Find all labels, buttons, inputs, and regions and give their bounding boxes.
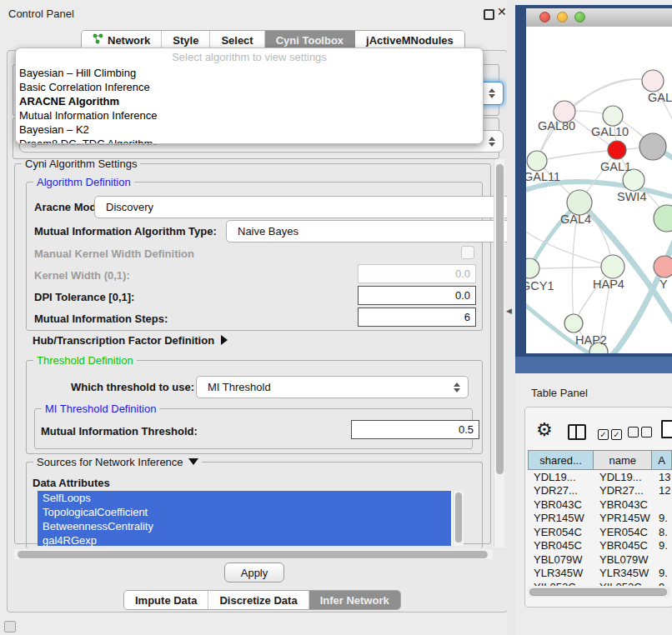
columns-icon[interactable] — [568, 424, 586, 440]
table-cell: 9. — [659, 512, 668, 524]
close-panel-icon[interactable]: ✕ — [497, 5, 507, 18]
panel-splitter[interactable] — [507, 0, 515, 635]
network-window-titlebar[interactable] — [526, 8, 672, 28]
algorithm-definition-title: Algorithm Definition — [33, 176, 134, 188]
minimize-window-icon[interactable] — [557, 12, 568, 22]
mi-type-value: Naive Bayes — [238, 225, 298, 238]
hub-definition-expander[interactable]: Hub/Transcription Factor Definition — [33, 332, 228, 348]
attr-item-topologicalcoefficient[interactable]: TopologicalCoefficient — [38, 505, 451, 519]
tab-jactivemnodules[interactable]: jActiveMNodules — [355, 31, 464, 49]
network-edge — [529, 267, 613, 268]
tab-cyni-toolbox[interactable]: Cyni Toolbox — [265, 31, 355, 49]
manual-kernel-checkbox[interactable] — [461, 246, 474, 259]
node-salmon-cut[interactable] — [654, 256, 672, 278]
tab-network[interactable]: Network — [82, 31, 162, 49]
dropdown-item-basic-correlation-inference[interactable]: Basic Correlation Inference — [16, 80, 483, 94]
settings-vscrollbar[interactable] — [494, 159, 504, 548]
splitter-collapse-icon[interactable]: ◀ — [506, 307, 512, 315]
node-label-gal4: GAL4 — [560, 212, 591, 226]
zoom-window-icon[interactable] — [574, 12, 585, 22]
table-row[interactable]: YPR145WYPR145W9. — [528, 512, 672, 526]
table-row[interactable]: YER054CYER054C8. — [528, 525, 672, 539]
dropdown-item-aracne-algorithm[interactable]: ARACNE Algorithm — [16, 94, 483, 108]
combo-arrows-icon — [489, 88, 495, 98]
table-row[interactable]: YLR345WYLR345W9. — [528, 567, 672, 581]
table-cell: YDR27... — [528, 484, 599, 497]
deselect-all-icon[interactable] — [628, 426, 654, 441]
node-label-salmon-cut: Y — [659, 278, 668, 291]
dropdown-item-dream8-dc-tdc-algorithm[interactable]: Dream8 DC_TDC Algorithm — [16, 137, 483, 144]
table-row[interactable]: YBL079WYBL079W — [528, 552, 672, 567]
threshold-definition-title: Threshold Definition — [33, 354, 137, 367]
tab-select[interactable]: Select — [210, 31, 264, 49]
table-cell: YPR145W — [528, 512, 599, 524]
table-cell: YDL19... — [528, 471, 599, 483]
panel-resize-handle[interactable] — [4, 621, 16, 632]
mi-threshold-title: MI Threshold Definition — [42, 402, 159, 415]
table-cell: 9 — [659, 581, 664, 586]
node-big-green[interactable] — [654, 205, 672, 232]
node-gal11[interactable] — [527, 151, 547, 171]
attr-item-selfloops[interactable]: SelfLoops — [38, 491, 451, 505]
select-all-icon[interactable]: ✓✓ — [598, 426, 624, 441]
node-gal-cut[interactable] — [642, 70, 664, 92]
network-graph[interactable]: GALGAL80GAL10GAL1GAL11SWI4GAL4GCY1HAP4YH… — [526, 27, 672, 353]
aracne-mode-combo[interactable]: Discovery — [94, 196, 510, 218]
node-gal1[interactable] — [608, 141, 626, 159]
gear-icon[interactable]: ⚙ — [536, 421, 553, 439]
mi-threshold-field[interactable]: 0.5 — [351, 420, 479, 439]
table-row[interactable]: YDL19...YDL19...13 — [528, 470, 672, 484]
which-threshold-value: MI Threshold — [208, 381, 271, 393]
dropdown-item-mutual-information-inference[interactable]: Mutual Information Inference — [16, 108, 483, 122]
table-cell: YBL079W — [528, 553, 599, 566]
node-label-gal-cut: GAL — [648, 91, 672, 104]
tab-label: Impute Data — [135, 594, 197, 607]
apply-button[interactable]: Apply — [224, 562, 284, 582]
network-canvas[interactable]: GALGAL80GAL10GAL1GAL11SWI4GAL4GCY1HAP4YH… — [526, 27, 672, 353]
column-header-a[interactable]: A — [652, 451, 671, 469]
tab-discretize-data[interactable]: Discretize Data — [208, 591, 308, 609]
node-gray-node[interactable] — [639, 133, 666, 160]
table-row[interactable]: YIL052CYIL052C9 — [528, 580, 672, 586]
mi-steps-field[interactable]: 6 — [358, 308, 476, 327]
table-cell: YIL052C — [528, 581, 599, 586]
tab-style[interactable]: Style — [162, 31, 210, 49]
desktop-background — [515, 357, 672, 373]
column-header-name[interactable]: name — [594, 451, 652, 469]
tab-infer-network[interactable]: Infer Network — [309, 591, 400, 609]
node-gal4[interactable] — [567, 190, 592, 215]
column-header-shared[interactable]: shared... — [529, 451, 594, 469]
which-threshold-combo[interactable]: MI Threshold — [196, 376, 469, 398]
table-cell: YDL19... — [599, 471, 659, 483]
node-gal10[interactable] — [603, 106, 623, 126]
bottom-tabbar: Impute DataDiscretize DataInfer Network — [123, 590, 401, 610]
table-hscrollbar[interactable] — [528, 587, 670, 598]
mi-type-combo[interactable]: Naive Bayes — [226, 220, 510, 242]
sources-expander[interactable]: Sources for Network Inference — [33, 456, 202, 468]
dropdown-item-bayesian-hill-climbing[interactable]: Bayesian – Hill Climbing — [16, 66, 483, 80]
export-table-icon[interactable] — [661, 420, 672, 438]
dropdown-item-bayesian-k2[interactable]: Bayesian – K2 — [16, 122, 483, 137]
attr-item-gal4rgexp[interactable]: gal4RGexp — [38, 533, 451, 546]
table-row[interactable]: YBR045CYBR045C9. — [528, 539, 672, 553]
kernel-width-field[interactable]: 0.0 — [358, 264, 476, 283]
dropdown-placeholder: Select algorithm to view settings — [16, 48, 483, 66]
dpi-tolerance-field[interactable]: 0.0 — [358, 286, 476, 305]
mi-type-label: Mutual Information Algorithm Type: — [34, 225, 217, 238]
attr-item-betweennesscentrality[interactable]: BetweennessCentrality — [38, 519, 451, 533]
which-threshold-label: Which threshold to use: — [71, 381, 194, 393]
tab-impute-data[interactable]: Impute Data — [124, 591, 208, 609]
attr-list-scrollbar[interactable] — [453, 491, 464, 546]
data-attributes-list[interactable]: SelfLoopsTopologicalCoefficientBetweenne… — [38, 491, 463, 546]
node-gcy1[interactable] — [526, 258, 539, 278]
node-hap2[interactable] — [564, 314, 583, 332]
table-row[interactable]: YBR043CYBR043C — [528, 498, 672, 512]
settings-hscrollbar[interactable] — [14, 549, 493, 559]
network-tab-icon — [93, 33, 103, 47]
node-hap4[interactable] — [601, 255, 624, 278]
table-cell: YDR27... — [599, 484, 659, 497]
table-cell: 12 — [659, 484, 670, 497]
float-panel-icon[interactable] — [484, 9, 494, 20]
table-row[interactable]: YDR27...YDR27...12 — [528, 484, 672, 498]
close-window-icon[interactable] — [539, 12, 550, 22]
